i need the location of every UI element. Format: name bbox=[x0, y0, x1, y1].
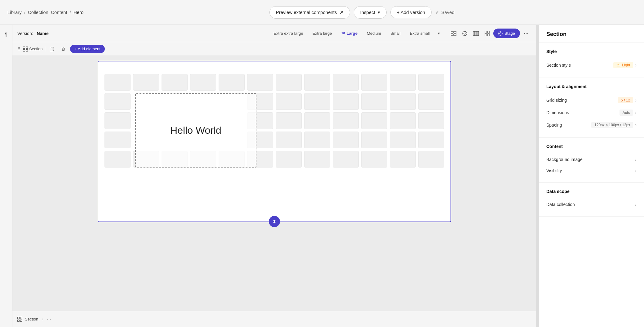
grid-cell bbox=[104, 151, 131, 168]
breadcrumb-library[interactable]: Library bbox=[7, 10, 22, 15]
dimensions-row[interactable]: Dimensions Auto › bbox=[546, 106, 637, 119]
grid-cell bbox=[418, 151, 444, 168]
view-grid-button[interactable] bbox=[482, 29, 492, 38]
section-style-row[interactable]: Section style ⚠ Light › bbox=[546, 59, 637, 71]
bp-extra-small[interactable]: Extra small bbox=[406, 29, 433, 37]
svg-rect-20 bbox=[18, 320, 20, 321]
data-collection-label: Data collection bbox=[546, 202, 575, 207]
grid-cell bbox=[333, 74, 359, 91]
svg-rect-17 bbox=[50, 48, 53, 51]
grid-cell bbox=[219, 151, 245, 168]
svg-rect-1 bbox=[454, 31, 456, 33]
bottom-more-dots[interactable]: ··· bbox=[47, 316, 51, 322]
grid-cell bbox=[304, 132, 330, 148]
grid-cell bbox=[390, 151, 416, 168]
background-image-row[interactable]: Background image › bbox=[546, 154, 637, 165]
chevron-right-icon: › bbox=[635, 110, 637, 115]
section-style-badge: ⚠ Light bbox=[613, 62, 633, 68]
grid-cell bbox=[133, 74, 159, 91]
resize-handle[interactable] bbox=[269, 216, 280, 227]
add-element-button[interactable]: + Add element bbox=[70, 45, 104, 53]
view-icons: Stage ··· bbox=[449, 29, 531, 38]
svg-rect-16 bbox=[26, 49, 28, 51]
canvas-wrapper[interactable]: Hello World bbox=[12, 56, 536, 311]
section-bottom-icon bbox=[17, 317, 22, 322]
grid-cell bbox=[104, 93, 131, 110]
eye-icon: 👁 bbox=[341, 31, 345, 36]
grid-cell bbox=[333, 112, 359, 129]
grid-cell bbox=[361, 74, 387, 91]
view-mode-1-button[interactable] bbox=[449, 29, 459, 38]
style-section-title: Style bbox=[546, 49, 637, 54]
paragraph-icon[interactable]: ¶ bbox=[1, 30, 11, 40]
svg-rect-18 bbox=[18, 317, 20, 319]
preview-external-button[interactable]: Preview external components ↗ bbox=[269, 6, 350, 19]
right-panel-title: Section bbox=[539, 25, 644, 43]
grid-sizing-row[interactable]: Grid sizing 5 / 12 › bbox=[546, 94, 637, 106]
spacing-row[interactable]: Spacing 120px × 100px / 12px › bbox=[546, 119, 637, 131]
delete-button[interactable] bbox=[59, 45, 68, 53]
stage-label: Stage bbox=[504, 31, 515, 36]
background-image-label: Background image bbox=[546, 157, 583, 162]
grid-cell bbox=[304, 74, 330, 91]
panel-separator bbox=[536, 25, 539, 327]
grid-cell bbox=[104, 132, 131, 148]
grid-cell bbox=[361, 112, 387, 129]
grid-cell bbox=[276, 112, 302, 129]
canvas-area: Version: Name Extra extra large Extra la… bbox=[12, 25, 536, 327]
copy-button[interactable] bbox=[48, 45, 56, 53]
svg-rect-10 bbox=[485, 34, 487, 36]
grid-cell bbox=[418, 112, 444, 129]
version-name[interactable]: Name bbox=[37, 31, 49, 36]
bp-extra-large[interactable]: Extra large bbox=[309, 29, 336, 37]
version-prefix: Version: bbox=[17, 31, 33, 36]
spacing-badge: 120px × 100px / 12px bbox=[591, 122, 633, 128]
main-layout: ¶ Version: Name Extra extra large Extra … bbox=[0, 25, 644, 327]
svg-rect-0 bbox=[451, 31, 453, 33]
drag-handle-icon[interactable]: ⠿ bbox=[17, 47, 20, 52]
more-options-button[interactable]: ··· bbox=[521, 29, 531, 38]
view-columns-button[interactable] bbox=[471, 29, 481, 38]
svg-rect-15 bbox=[23, 49, 25, 51]
section-label: Section bbox=[29, 47, 42, 51]
data-scope-section: Data scope Data collection › bbox=[539, 183, 644, 217]
add-element-label: + Add element bbox=[74, 47, 100, 51]
view-check-button[interactable] bbox=[460, 29, 470, 38]
grid-cell bbox=[276, 93, 302, 110]
external-link-icon: ↗ bbox=[340, 10, 344, 15]
top-bar-actions: Preview external components ↗ Inspect ▾ … bbox=[269, 6, 455, 19]
grid-cell bbox=[104, 74, 131, 91]
inspect-button[interactable]: Inspect ▾ bbox=[354, 6, 387, 19]
left-sidebar: ¶ bbox=[0, 25, 12, 327]
grid-cell bbox=[333, 151, 359, 168]
chevron-right-icon: › bbox=[635, 98, 637, 103]
grid-sizing-value: 5 / 12 › bbox=[618, 97, 637, 103]
stage-button[interactable]: Stage bbox=[493, 29, 520, 38]
add-version-button[interactable]: + Add version bbox=[390, 6, 432, 18]
bp-more-button[interactable]: ▾ bbox=[435, 29, 442, 37]
bp-medium[interactable]: Medium bbox=[363, 29, 385, 37]
layout-section: Layout & alignment Grid sizing 5 / 12 › … bbox=[539, 78, 644, 138]
version-bar: Version: Name Extra extra large Extra la… bbox=[12, 25, 536, 42]
breadcrumb-current[interactable]: Hero bbox=[73, 10, 84, 15]
breadcrumb-sep1: / bbox=[24, 10, 25, 15]
breadcrumb-collection[interactable]: Collection: Content bbox=[28, 10, 67, 15]
bp-large[interactable]: 👁 Large bbox=[338, 29, 361, 37]
section-type-indicator: Section bbox=[23, 47, 42, 52]
section-toolbar: ⠿ Section bbox=[12, 42, 536, 56]
grid-cell bbox=[190, 74, 216, 91]
grid-cell bbox=[418, 74, 444, 91]
grid-sizing-badge: 5 / 12 bbox=[618, 97, 633, 103]
grid-cell bbox=[361, 151, 387, 168]
right-panel: Section Style Section style ⚠ Light › La… bbox=[539, 25, 644, 327]
data-collection-row[interactable]: Data collection › bbox=[546, 199, 637, 210]
bp-small[interactable]: Small bbox=[387, 29, 404, 37]
visibility-row[interactable]: Visibility › bbox=[546, 165, 637, 176]
section-style-value: ⚠ Light › bbox=[613, 62, 637, 68]
grid-cell bbox=[247, 112, 273, 129]
dimensions-value: Auto › bbox=[620, 110, 637, 116]
grid-cell bbox=[333, 93, 359, 110]
bp-extra-extra-large[interactable]: Extra extra large bbox=[270, 29, 307, 37]
layout-section-title: Layout & alignment bbox=[546, 84, 637, 89]
canvas-grid bbox=[104, 74, 444, 168]
